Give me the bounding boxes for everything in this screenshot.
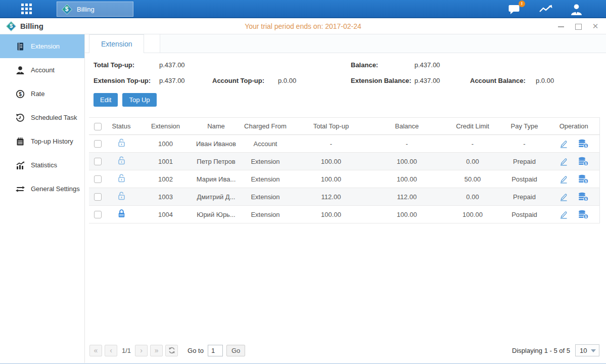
edit-row-button[interactable] (559, 140, 568, 148)
account-icon (16, 66, 25, 75)
cell-extension: 1003 (136, 188, 195, 206)
sidebar-item-rate[interactable]: $ Rate (0, 82, 84, 106)
maximize-button[interactable] (575, 23, 582, 30)
row-checkbox[interactable] (94, 211, 102, 218)
cell-extension: 1001 (136, 153, 195, 170)
prev-page-button[interactable]: ‹ (105, 345, 117, 356)
cell-operation: $ (548, 135, 599, 153)
billing-title-icon: $ (6, 21, 16, 31)
edit-row-button[interactable] (559, 157, 568, 166)
cell-status (106, 135, 136, 153)
rate-icon: $ (16, 89, 25, 99)
close-button[interactable]: ✕ (592, 23, 599, 30)
cell-charged-from: Extension (238, 206, 293, 223)
cell-name: Юрий Юрь... (195, 206, 238, 223)
col-credit-limit: Credit Limit (445, 118, 500, 135)
next-page-button[interactable]: › (135, 345, 148, 356)
main-panel: Extension Total Top-up: p.437.00 Balance… (85, 34, 606, 363)
cell-total-topup: 112.00 (293, 188, 369, 206)
cell-extension: 1002 (136, 170, 195, 188)
go-button[interactable]: Go (226, 345, 245, 356)
balance-value: p.437.00 (414, 57, 440, 73)
top-up-row-button[interactable]: $ (578, 174, 589, 184)
refresh-button[interactable] (165, 345, 178, 356)
svg-text:$: $ (585, 162, 587, 166)
first-page-button[interactable]: « (89, 345, 102, 356)
total-topup-value: p.437.00 (159, 57, 185, 73)
col-status: Status (106, 118, 136, 135)
tab-strip: Extension (85, 34, 606, 53)
goto-page-input[interactable] (208, 345, 223, 356)
status-unlocked-icon (117, 173, 126, 183)
sidebar-item-scheduled-task[interactable]: Scheduled Task (0, 106, 84, 129)
select-all-checkbox[interactable] (94, 123, 102, 130)
general-settings-icon (16, 185, 25, 194)
sidebar-item-label: Top-up History (31, 138, 73, 145)
table-row: 1001Петр ПетровExtension100.00100.000.00… (89, 153, 599, 170)
edit-row-button[interactable] (559, 175, 568, 184)
taskbar-tab-billing[interactable]: $ Billing (57, 2, 133, 17)
table-row: 1002Мария Ива...Extension100.00100.0050.… (89, 170, 599, 188)
cell-status (106, 206, 136, 223)
chevron-down-icon (591, 349, 596, 352)
status-unlocked-icon (117, 156, 126, 165)
row-checkbox[interactable] (94, 175, 102, 183)
row-checkbox[interactable] (94, 193, 102, 201)
sidebar-item-account[interactable]: Account (0, 58, 84, 82)
edit-row-button[interactable] (559, 210, 568, 219)
edit-button[interactable]: Edit (94, 93, 118, 107)
last-page-button[interactable]: » (150, 345, 163, 356)
cell-extension: 1000 (136, 135, 195, 153)
balance-label: Balance: (351, 57, 378, 73)
cell-operation: $ (548, 206, 599, 223)
content-area: Total Top-up: p.437.00 Balance: p.437.00… (85, 53, 606, 223)
billing-diamond-icon: $ (61, 4, 72, 15)
tab-strip-divider (85, 53, 606, 53)
svg-text:$: $ (585, 197, 587, 201)
cell-balance: 100.00 (369, 153, 445, 170)
cell-balance: 112.00 (369, 188, 445, 206)
cell-name: Иван Иванов (195, 135, 238, 153)
cell-pay-type: Postpaid (500, 170, 548, 188)
messages-icon[interactable]: ! (508, 4, 522, 15)
tab-extension[interactable]: Extension (89, 34, 144, 53)
col-balance: Balance (369, 118, 445, 135)
page-size-select[interactable]: 10 (575, 344, 599, 356)
sidebar-item-extension[interactable]: Extension (0, 34, 84, 58)
sidebar-item-topup-history[interactable]: Top-up History (0, 129, 84, 153)
top-up-row-button[interactable]: $ (578, 139, 589, 149)
cell-total-topup: 100.00 (293, 153, 369, 170)
cell-pay-type: Postpaid (500, 206, 548, 223)
resource-monitor-icon[interactable] (539, 4, 553, 15)
cell-operation: $ (548, 153, 599, 170)
sidebar-item-statistics[interactable]: Statistics (0, 153, 84, 177)
row-checkbox[interactable] (94, 140, 102, 148)
apps-grid-icon[interactable] (17, 1, 35, 16)
table-body: 1000Иван ИвановAccount----$1001Петр Петр… (89, 135, 599, 223)
extension-balance-value: p.437.00 (414, 73, 440, 88)
cell-balance: 100.00 (369, 206, 445, 223)
person-glyph (570, 4, 583, 15)
top-up-row-button[interactable]: $ (578, 192, 589, 202)
row-checkbox[interactable] (94, 158, 102, 165)
taskbar-tab-label: Billing (77, 6, 95, 13)
cell-total-topup: 100.00 (293, 206, 369, 223)
minimize-button[interactable] (557, 23, 565, 30)
sidebar-item-label: General Settings (31, 185, 80, 193)
edit-row-button[interactable] (559, 193, 568, 201)
sidebar-item-general-settings[interactable]: General Settings (0, 177, 84, 201)
extension-topup-label: Extension Top-up: (94, 73, 151, 88)
window-title: Billing (20, 22, 43, 30)
edit-row-icon (559, 140, 568, 148)
top-up-row-icon: $ (578, 174, 589, 184)
extension-balance-label: Extension Balance: (351, 73, 411, 88)
cell-charged-from: Extension (238, 153, 293, 170)
top-up-row-button[interactable]: $ (578, 210, 589, 219)
cell-total-topup: 100.00 (293, 170, 369, 188)
top-up-row-button[interactable]: $ (578, 157, 589, 166)
notification-badge: ! (519, 1, 525, 7)
col-name: Name (195, 118, 238, 135)
line-chart-glyph (539, 4, 553, 15)
top-up-button[interactable]: Top Up (122, 93, 156, 107)
user-account-icon[interactable] (570, 4, 583, 15)
